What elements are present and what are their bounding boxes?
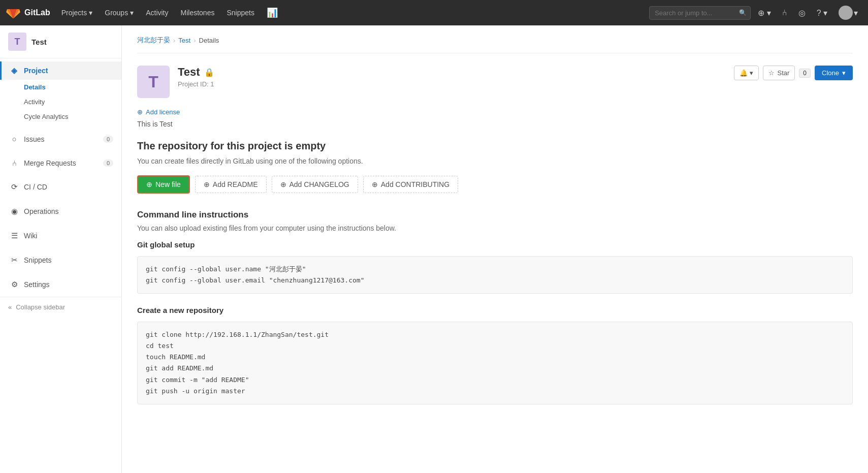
add-changelog-label: Add CHANGELOG [290,180,349,188]
gitlab-brand[interactable]: GitLab [6,6,50,20]
issues-icon[interactable]: ◎ [794,5,810,21]
clone-button[interactable]: Clone ▾ [815,66,853,80]
project-name: Test [178,66,200,79]
collapse-icon: « [8,303,12,311]
add-readme-button[interactable]: ⊕ Add README [195,176,267,193]
empty-repo-description: You can create files directly in GitLab … [137,157,853,165]
sidebar-section-snippets: ✂ Snippets [0,248,121,272]
sidebar-item-settings-label: Settings [24,280,50,289]
nav-activity[interactable]: Activity [141,6,173,20]
sidebar-section-project: ◈ Project Details Activity Cycle Analyti… [0,58,121,127]
project-icon: ◈ [10,66,19,75]
add-readme-label: Add README [213,180,258,188]
sidebar-subitem-details[interactable]: Details [0,80,121,94]
sidebar-subitem-cycle-analytics[interactable]: Cycle Analytics [0,109,121,124]
nav-snippets[interactable]: Snippets [221,6,259,20]
sidebar-item-issues[interactable]: ○ Issues 0 [0,130,121,148]
sidebar-item-cicd-label: CI / CD [24,183,47,191]
project-meta: Test 🔒 Project ID: 1 [178,66,214,88]
sidebar-project-avatar: T [8,33,26,51]
project-description: This is Test [137,120,853,128]
sidebar-item-settings[interactable]: ⚙ Settings [0,275,121,294]
operations-icon: ◉ [10,207,19,216]
sidebar: T Test ◈ Project Details Activity Cycle … [0,25,122,473]
add-license-label: Add license [146,108,180,116]
sidebar-item-operations[interactable]: ◉ Operations [0,202,121,220]
sidebar-item-operations-label: Operations [24,207,58,215]
sidebar-header: T Test [0,25,121,58]
sidebar-item-snippets-label: Snippets [24,256,51,264]
search-icon: 🔍 [739,9,747,16]
sidebar-item-snippets[interactable]: ✂ Snippets [0,251,121,269]
help-icon[interactable]: ? ▾ [813,5,831,21]
add-contributing-icon: ⊕ [372,180,378,188]
lock-icon: 🔒 [204,68,214,77]
sidebar-item-cicd[interactable]: ⟳ CI / CD [0,178,121,196]
clone-label: Clone [822,69,839,77]
merge-requests-icon[interactable]: ⑃ [778,5,791,20]
command-line-desc: You can also upload existing files from … [137,224,853,232]
add-contributing-label: Add CONTRIBUTING [381,180,449,188]
issues-sidebar-icon: ○ [10,135,19,143]
settings-icon: ⚙ [10,280,19,289]
project-info: T Test 🔒 Project ID: 1 [137,66,214,98]
top-navigation: GitLab Projects ▾ Groups ▾ Activity Mile… [0,0,868,25]
sidebar-project-name: Test [31,38,47,46]
nav-milestones[interactable]: Milestones [176,6,220,20]
create-new-button[interactable]: ⊕ ▾ [754,5,775,21]
sidebar-item-issues-label: Issues [24,135,44,143]
issues-badge: 0 [103,136,113,143]
sidebar-section-settings: ⚙ Settings [0,272,121,297]
breadcrumb-project[interactable]: Test [178,37,190,44]
create-repo-pre: git clone http://192.168.1.1/ZhangSan/te… [146,329,844,397]
merge-requests-sidebar-icon: ⑃ [10,159,19,167]
add-changelog-button[interactable]: ⊕ Add CHANGELOG [272,176,358,193]
project-id: Project ID: 1 [178,80,214,88]
star-count: 0 [799,69,811,78]
add-contributing-button[interactable]: ⊕ Add CONTRIBUTING [363,176,458,193]
notification-button[interactable]: 🔔 ▾ [734,66,759,80]
star-button[interactable]: ☆ Star [763,66,795,80]
star-label: Star [778,69,790,77]
sidebar-section-merge: ⑃ Merge Requests 0 [0,151,121,175]
empty-repo-title: The repository for this project is empty [137,140,853,152]
snippets-sidebar-icon: ✂ [10,256,19,265]
search-input[interactable] [649,6,751,20]
notification-dropdown-arrow: ▾ [750,69,753,77]
sidebar-section-wiki: ☰ Wiki [0,224,121,248]
breadcrumb-current: Details [199,37,219,44]
project-header: T Test 🔒 Project ID: 1 🔔 ▾ ☆ Star [137,66,853,98]
collapse-label: Collapse sidebar [16,303,65,311]
nav-chart-icon[interactable]: 📊 [262,4,283,21]
add-license-link[interactable]: ⊕ Add license [137,108,853,116]
merge-requests-badge: 0 [103,160,113,167]
new-file-button[interactable]: ⊕ New file [137,175,190,194]
search-wrapper: 🔍 [649,6,751,20]
nav-groups[interactable]: Groups ▾ [100,6,139,20]
sidebar-section-issues: ○ Issues 0 [0,127,121,151]
clone-dropdown-arrow: ▾ [842,69,846,77]
nav-right-area: 🔍 ⊕ ▾ ⑃ ◎ ? ▾ ▾ [649,3,862,23]
create-repo-title: Create a new repository [137,306,853,314]
avatar-image [839,6,853,20]
collapse-sidebar-button[interactable]: « Collapse sidebar [0,297,121,317]
breadcrumb-org[interactable]: 河北彭于晏 [137,36,170,45]
file-action-buttons: ⊕ New file ⊕ Add README ⊕ Add CHANGELOG … [137,175,853,194]
create-repo-code: git clone http://192.168.1.1/ZhangSan/te… [137,322,853,404]
sidebar-item-project[interactable]: ◈ Project [0,61,121,80]
wiki-icon: ☰ [10,231,19,240]
command-line-title: Command line instructions [137,210,853,220]
project-actions: 🔔 ▾ ☆ Star 0 Clone ▾ [734,66,853,80]
sidebar-item-merge-requests[interactable]: ⑃ Merge Requests 0 [0,154,121,172]
sidebar-subitem-activity[interactable]: Activity [0,94,121,109]
sidebar-item-merge-label: Merge Requests [24,159,76,167]
add-changelog-icon: ⊕ [280,180,286,188]
bell-icon: 🔔 [740,69,748,77]
git-global-setup-title: Git global setup [137,240,853,249]
breadcrumb-sep-1: › [173,37,175,44]
breadcrumb-sep-2: › [194,37,196,44]
star-icon: ☆ [768,69,775,77]
nav-projects[interactable]: Projects ▾ [56,6,98,20]
sidebar-item-wiki[interactable]: ☰ Wiki [0,227,121,245]
user-avatar[interactable]: ▾ [834,3,862,23]
